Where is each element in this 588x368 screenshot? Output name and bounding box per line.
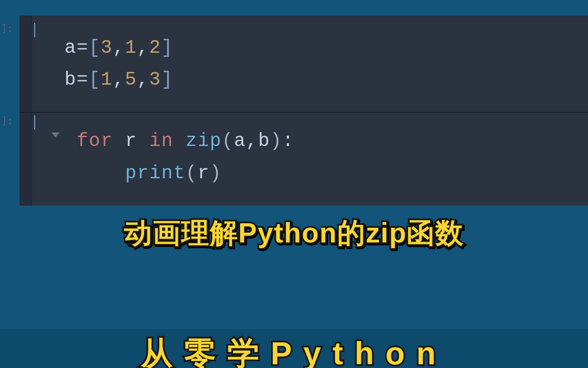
code-cell-1[interactable]: ]: a=[3,1,2] b=[1,5,3]	[20, 16, 588, 112]
bottom-text: 从零学Python	[141, 332, 447, 368]
cursor-indicator	[34, 23, 35, 37]
code-content-1[interactable]: a=[3,1,2] b=[1,5,3]	[32, 16, 588, 112]
cell-gutter-2	[20, 113, 32, 205]
fold-triangle-icon[interactable]	[51, 132, 60, 137]
cursor-indicator-2	[34, 115, 35, 130]
cell-gutter-1	[20, 16, 32, 112]
code-line-a: a=[3,1,2]	[65, 32, 555, 64]
code-cell-2[interactable]: ]: for r in zip(a,b): print(r)	[20, 113, 588, 205]
code-line-for: for r in zip(a,b):	[77, 125, 555, 157]
video-title: 动画理解Python的zip函数	[124, 215, 464, 252]
code-line-b: b=[1,5,3]	[65, 64, 555, 96]
code-content-2[interactable]: for r in zip(a,b): print(r)	[32, 113, 588, 205]
bottom-banner: 从零学Python	[0, 329, 588, 368]
code-line-print: print(r)	[77, 157, 555, 189]
cell-prompt-1: ]:	[1, 23, 13, 34]
code-editor: ]: a=[3,1,2] b=[1,5,3] ]: for r in zip(a…	[20, 16, 588, 206]
cell-prompt-2: ]:	[1, 115, 13, 127]
